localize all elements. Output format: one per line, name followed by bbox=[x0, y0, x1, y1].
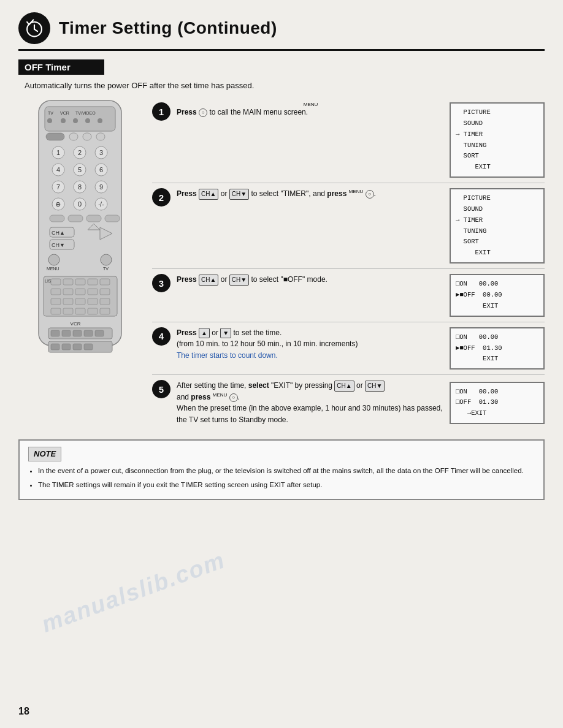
svg-text:CH▼: CH▼ bbox=[52, 242, 65, 248]
step-1-menu-button: ○ bbox=[199, 108, 207, 117]
svg-rect-79 bbox=[51, 330, 59, 336]
step-2-chup-btn: CH▲ bbox=[199, 189, 218, 200]
main-layout: TV VCR TV/VIDEO bbox=[18, 97, 545, 431]
step-5-left: 5 After setting the time, select "EXIT" … bbox=[152, 380, 445, 425]
step-2: 2 Press CH▲ or CH▼ to select "TIMER", an… bbox=[152, 183, 545, 269]
svg-point-51 bbox=[48, 254, 59, 265]
step-4-screen: □ON 00.00 ►■OFF 01.30 EXIT bbox=[450, 327, 545, 370]
svg-text:VCR: VCR bbox=[60, 111, 69, 115]
step-2-chdown-btn: CH▼ bbox=[229, 189, 249, 200]
step-4-number: 4 bbox=[152, 327, 170, 346]
svg-text:5: 5 bbox=[78, 166, 82, 173]
step-5: 5 After setting the time, select "EXIT" … bbox=[152, 375, 545, 430]
step-3-number: 3 bbox=[152, 274, 170, 292]
svg-rect-69 bbox=[75, 298, 85, 305]
page-number: 18 bbox=[18, 706, 29, 717]
svg-rect-14 bbox=[69, 133, 78, 140]
svg-rect-86 bbox=[62, 344, 71, 350]
note-box: NOTE In the event of a power cut, discon… bbox=[18, 439, 545, 501]
svg-point-10 bbox=[73, 118, 78, 123]
svg-text:8: 8 bbox=[78, 183, 82, 191]
svg-rect-88 bbox=[84, 344, 93, 350]
svg-rect-85 bbox=[51, 344, 59, 350]
svg-rect-71 bbox=[100, 298, 110, 305]
note-title: NOTE bbox=[28, 447, 61, 462]
svg-text:9: 9 bbox=[99, 183, 103, 191]
step-1-left: 1 MENU Press ○ to call the MAIN menu scr… bbox=[152, 102, 445, 121]
svg-rect-73 bbox=[63, 308, 73, 314]
svg-rect-82 bbox=[84, 330, 93, 336]
svg-text:CH▲: CH▲ bbox=[52, 230, 65, 236]
step-4: 4 Press ▲ or ▼ to set the time. (from 10… bbox=[152, 322, 545, 376]
remote-column: TV VCR TV/VIDEO bbox=[18, 97, 141, 431]
svg-rect-64 bbox=[75, 289, 85, 295]
svg-text:4: 4 bbox=[56, 166, 60, 173]
svg-rect-15 bbox=[83, 133, 91, 140]
svg-rect-43 bbox=[86, 215, 101, 222]
step-2-screen: PICTURE SOUND → TIMER TUNING SORT EXIT bbox=[450, 188, 545, 264]
note-item-2: The TIMER settings will remain if you ex… bbox=[38, 479, 535, 490]
clock-icon bbox=[18, 12, 50, 44]
svg-rect-13 bbox=[46, 133, 64, 140]
note-item-1: In the event of a power cut, disconnecti… bbox=[38, 465, 535, 476]
note-list: In the event of a power cut, disconnecti… bbox=[38, 465, 535, 490]
svg-point-9 bbox=[61, 118, 66, 123]
svg-point-53 bbox=[101, 254, 112, 265]
step-1-screen: PICTURE SOUND → TIMER TUNING SORT EXIT bbox=[450, 102, 545, 178]
svg-text:⊕: ⊕ bbox=[55, 200, 61, 208]
svg-text:3: 3 bbox=[99, 149, 103, 156]
svg-rect-60 bbox=[88, 279, 98, 285]
steps-area: 1 MENU Press ○ to call the MAIN menu scr… bbox=[152, 97, 545, 431]
step-4-timer-note: The timer starts to count down. bbox=[177, 351, 278, 360]
svg-rect-70 bbox=[88, 298, 98, 305]
svg-rect-68 bbox=[63, 298, 73, 305]
svg-point-8 bbox=[47, 118, 52, 123]
svg-rect-63 bbox=[63, 289, 73, 295]
svg-text:TV: TV bbox=[103, 267, 109, 271]
step-3-content: Press CH▲ or CH▼ to select "■OFF" mode. bbox=[177, 274, 445, 286]
step-5-chdown-btn: CH▼ bbox=[365, 381, 385, 392]
step-3-chup-btn: CH▲ bbox=[199, 275, 218, 286]
section-subtitle: Automatically turns the power OFF after … bbox=[25, 81, 545, 90]
step-1: 1 MENU Press ○ to call the MAIN menu scr… bbox=[152, 97, 545, 183]
step-4-content: Press ▲ or ▼ to set the time. (from 10 m… bbox=[177, 327, 445, 362]
svg-rect-58 bbox=[63, 279, 73, 285]
svg-rect-44 bbox=[105, 215, 120, 222]
svg-rect-41 bbox=[50, 215, 64, 222]
step-3: 3 Press CH▲ or CH▼ to select "■OFF" mode… bbox=[152, 269, 545, 322]
watermark: manualslib.com bbox=[38, 547, 229, 637]
svg-rect-16 bbox=[96, 133, 105, 140]
step-2-left: 2 Press CH▲ or CH▼ to select "TIMER", an… bbox=[152, 188, 445, 207]
svg-text:6: 6 bbox=[99, 166, 103, 173]
page: Timer Setting (Continued) OFF Timer Auto… bbox=[0, 0, 563, 728]
svg-text:TV/VIDEO: TV/VIDEO bbox=[75, 111, 96, 115]
svg-rect-65 bbox=[88, 289, 98, 295]
step-3-screen: □ON 00.00 ►■OFF 00.00 EXIT bbox=[450, 274, 545, 317]
svg-rect-59 bbox=[75, 279, 85, 285]
svg-text:·/-: ·/- bbox=[98, 200, 104, 208]
svg-rect-67 bbox=[51, 298, 61, 305]
svg-rect-76 bbox=[100, 308, 110, 314]
step-4-down-btn: ▼ bbox=[220, 328, 231, 339]
remote-control-image: TV VCR TV/VIDEO bbox=[26, 97, 134, 357]
step-4-up-btn: ▲ bbox=[199, 328, 210, 339]
svg-rect-61 bbox=[100, 279, 110, 285]
svg-rect-72 bbox=[51, 308, 61, 314]
step-2-number: 2 bbox=[152, 188, 170, 207]
svg-text:TV: TV bbox=[48, 111, 53, 115]
svg-text:1: 1 bbox=[56, 149, 60, 156]
step-5-menu-button: ○ bbox=[229, 393, 238, 402]
step-2-content: Press CH▲ or CH▼ to select "TIMER", and … bbox=[177, 188, 445, 200]
step-5-screen: □ON 00.00 □OFF 01.30 →EXIT bbox=[450, 382, 545, 425]
step-3-left: 3 Press CH▲ or CH▼ to select "■OFF" mode… bbox=[152, 274, 445, 292]
step-1-content: MENU Press ○ to call the MAIN menu scree… bbox=[177, 102, 445, 118]
svg-text:2: 2 bbox=[78, 149, 82, 156]
svg-point-11 bbox=[85, 118, 90, 123]
svg-rect-62 bbox=[51, 289, 61, 295]
step-1-press-label: Press bbox=[177, 108, 197, 116]
svg-rect-83 bbox=[95, 330, 104, 336]
svg-rect-66 bbox=[100, 289, 110, 295]
svg-rect-80 bbox=[62, 330, 71, 336]
page-header: Timer Setting (Continued) bbox=[18, 12, 545, 51]
svg-text:VCR: VCR bbox=[70, 321, 80, 327]
